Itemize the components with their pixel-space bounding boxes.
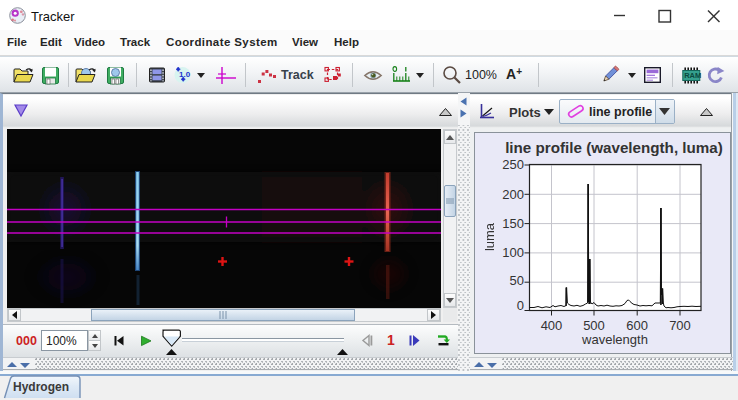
svg-text:RAM: RAM bbox=[684, 71, 701, 80]
svg-text:200: 200 bbox=[502, 187, 524, 202]
svg-text:1.0: 1.0 bbox=[179, 70, 191, 79]
svg-text:500: 500 bbox=[583, 318, 605, 333]
svg-text:600: 600 bbox=[626, 318, 648, 333]
svg-text:wavelength: wavelength bbox=[581, 332, 648, 347]
svg-text:250: 250 bbox=[502, 157, 524, 172]
svg-text:400: 400 bbox=[541, 318, 563, 333]
svg-text:150: 150 bbox=[502, 216, 524, 231]
svg-text:100: 100 bbox=[502, 245, 524, 260]
svg-text:line profile (wavelength, luma: line profile (wavelength, luma) bbox=[505, 139, 723, 156]
svg-text:700: 700 bbox=[669, 318, 691, 333]
svg-text:luma: luma bbox=[482, 222, 497, 251]
svg-text:50: 50 bbox=[510, 273, 524, 288]
svg-text:0: 0 bbox=[517, 298, 524, 313]
